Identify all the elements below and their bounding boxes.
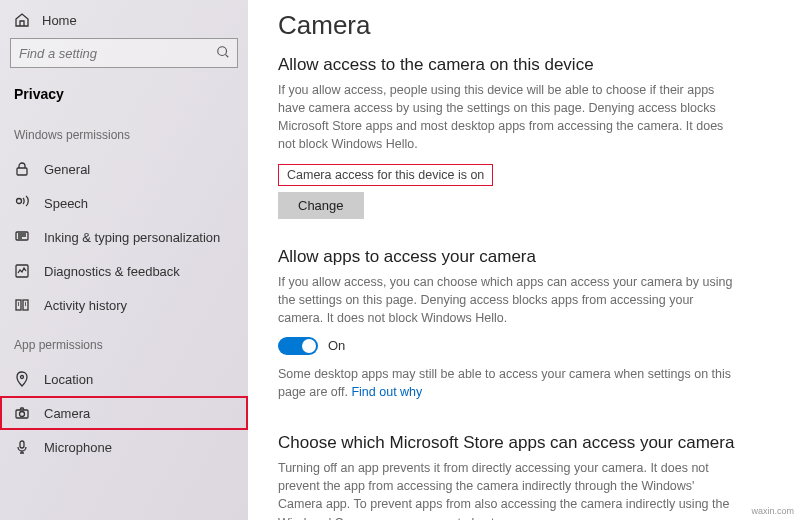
home-icon (14, 12, 30, 28)
speech-icon (14, 195, 30, 211)
home-label: Home (42, 13, 77, 28)
sidebar-item-diagnostics[interactable]: Diagnostics & feedback (0, 254, 248, 288)
svg-point-9 (20, 412, 25, 417)
sidebar-item-label: Inking & typing personalization (44, 230, 220, 245)
search-icon (216, 45, 230, 59)
lock-icon (14, 161, 30, 177)
svg-point-0 (218, 47, 227, 56)
location-icon (14, 371, 30, 387)
group-windows-permissions: Windows permissions (0, 112, 248, 152)
svg-rect-10 (20, 441, 24, 448)
desktop-apps-note: Some desktop apps may still be able to a… (278, 365, 738, 401)
find-out-why-link[interactable]: Find out why (351, 385, 422, 399)
section-desc: Turning off an app prevents it from dire… (278, 459, 738, 520)
toggle-row: On (278, 337, 774, 355)
change-button[interactable]: Change (278, 192, 364, 219)
sidebar-item-general[interactable]: General (0, 152, 248, 186)
sidebar-item-label: General (44, 162, 90, 177)
microphone-icon (14, 439, 30, 455)
sidebar-item-inking[interactable]: Inking & typing personalization (0, 220, 248, 254)
page-title: Camera (278, 10, 774, 41)
main-content: Camera Allow access to the camera on thi… (248, 0, 800, 520)
home-link[interactable]: Home (0, 6, 248, 38)
sidebar: Home Privacy Windows permissions General… (0, 0, 248, 520)
sidebar-item-label: Microphone (44, 440, 112, 455)
sidebar-item-label: Camera (44, 406, 90, 421)
watermark: waxin.com (751, 506, 794, 516)
toggle-label: On (328, 338, 345, 353)
svg-rect-1 (17, 168, 27, 175)
sidebar-item-label: Diagnostics & feedback (44, 264, 180, 279)
sidebar-item-microphone[interactable]: Microphone (0, 430, 248, 464)
diagnostics-icon (14, 263, 30, 279)
note-text: Some desktop apps may still be able to a… (278, 367, 731, 399)
sidebar-title: Privacy (0, 78, 248, 112)
sidebar-item-location[interactable]: Location (0, 362, 248, 396)
sidebar-item-camera[interactable]: Camera (0, 396, 248, 430)
sidebar-item-label: Activity history (44, 298, 127, 313)
activity-icon (14, 297, 30, 313)
inking-icon (14, 229, 30, 245)
search-input[interactable] (10, 38, 238, 68)
camera-icon (14, 405, 30, 421)
section-heading-apps-access: Allow apps to access your camera (278, 247, 774, 267)
section-heading-store-apps: Choose which Microsoft Store apps can ac… (278, 433, 774, 453)
section-heading-device-access: Allow access to the camera on this devic… (278, 55, 774, 75)
sidebar-item-speech[interactable]: Speech (0, 186, 248, 220)
section-desc: If you allow access, you can choose whic… (278, 273, 738, 327)
section-desc: If you allow access, people using this d… (278, 81, 738, 154)
search-box (10, 38, 238, 68)
camera-access-status: Camera access for this device is on (278, 164, 493, 186)
apps-access-toggle[interactable] (278, 337, 318, 355)
group-app-permissions: App permissions (0, 322, 248, 362)
sidebar-item-activity[interactable]: Activity history (0, 288, 248, 322)
svg-point-2 (17, 199, 22, 204)
svg-point-7 (21, 376, 24, 379)
sidebar-item-label: Location (44, 372, 93, 387)
sidebar-item-label: Speech (44, 196, 88, 211)
